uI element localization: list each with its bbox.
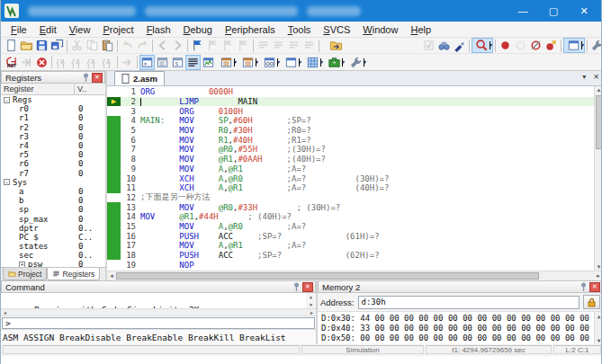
register-row-b[interactable]: b0 [1, 196, 105, 205]
editor-horizontal-scrollbar[interactable]: ◄ ► [107, 271, 602, 280]
gutter-cell[interactable] [107, 106, 121, 116]
cut-button[interactable] [69, 38, 85, 53]
clear-bookmarks-button[interactable] [236, 38, 251, 53]
dropdown-caret-icon[interactable]: ▾ [299, 58, 300, 67]
dropdown-caret-icon[interactable]: ▾ [277, 58, 278, 67]
register-row-r4[interactable]: r40 [1, 141, 105, 150]
uncomment-button[interactable] [301, 38, 317, 53]
scroll-up-icon[interactable]: ▲ [597, 87, 602, 93]
save-button[interactable] [34, 38, 49, 53]
new-file-button[interactable] [4, 38, 19, 53]
register-row-pc-[interactable]: PC $C.. [1, 233, 105, 242]
disable-all-breakpoints-button[interactable] [528, 38, 544, 53]
gutter-cell[interactable] [107, 183, 121, 193]
gutter-cell[interactable] [107, 87, 121, 97]
prev-bookmark-button[interactable] [205, 38, 220, 53]
code-line-19[interactable]: 19 NOP [107, 260, 594, 270]
serial-window-button[interactable] [185, 55, 201, 70]
dropdown-caret-icon[interactable]: ▾ [342, 58, 343, 67]
current-statement-marker[interactable]: ▶ [107, 97, 121, 107]
close-icon[interactable]: ✕ [589, 282, 600, 292]
collapse-icon[interactable]: - [4, 97, 10, 103]
scrollbar-thumb[interactable] [596, 95, 602, 149]
code-line-3[interactable]: 3 ORG 0100H [107, 106, 594, 116]
find-target-menu[interactable]: ▾ [472, 38, 493, 53]
comment-button[interactable] [286, 38, 301, 53]
navigate-forward-button[interactable] [170, 38, 185, 53]
memory-window-menu[interactable]: ▾ [238, 55, 259, 70]
code-line-9[interactable]: 9 MOV A,@R1 ;A=? [107, 164, 594, 174]
menu-peripherals[interactable]: Peripherals [219, 22, 282, 37]
menu-file[interactable]: File [4, 22, 33, 37]
pin-icon[interactable] [578, 282, 589, 292]
gutter-cell[interactable] [107, 202, 121, 212]
kill-all-breakpoints-button[interactable] [544, 38, 559, 53]
find-in-files-button[interactable] [436, 38, 452, 53]
gutter-cell[interactable] [107, 173, 121, 183]
gutter-cell[interactable] [107, 231, 121, 241]
dropdown-caret-icon[interactable]: ▾ [364, 58, 364, 67]
address-input[interactable]: d:30h [358, 296, 580, 309]
command-input[interactable]: > [2, 317, 315, 329]
save-all-button[interactable] [49, 38, 65, 53]
editor-vertical-scrollbar[interactable]: ▲ ▼ [594, 86, 602, 271]
menu-edit[interactable]: Edit [33, 22, 63, 37]
run-to-line-button[interactable]: { } [100, 55, 115, 70]
reset-cpu-button[interactable]: RST [4, 55, 19, 70]
scrollbar-thumb[interactable] [116, 272, 539, 280]
command-horizontal-scrollbar[interactable]: ◄ ► [1, 308, 316, 316]
register-row-sp[interactable]: sp0 [1, 205, 105, 214]
menu-svcs[interactable]: SVCS [317, 22, 356, 37]
gutter-cell[interactable] [107, 222, 121, 232]
gutter-cell[interactable] [107, 145, 121, 155]
command-output-scrollbar[interactable]: ▲ ▼ [306, 293, 316, 308]
serial-window-menu[interactable]: ▾ [281, 55, 302, 70]
expand-icon[interactable]: + [19, 262, 25, 267]
scroll-down-icon[interactable]: ▼ [598, 337, 601, 343]
toggle-breakpoint-button[interactable] [498, 38, 513, 53]
register-row-sec[interactable]: sec0.. [1, 251, 105, 260]
dropdown-caret-icon[interactable]: ▾ [320, 58, 321, 67]
trace-menu[interactable]: ▾ [216, 55, 238, 70]
address-lock-button[interactable] [583, 295, 600, 309]
minimize-button[interactable]: — [508, 0, 538, 22]
gutter-cell[interactable] [107, 135, 121, 145]
step-into-button[interactable]: { } [54, 55, 69, 70]
code-line-12[interactable]: 12;下面是另一种方法 [107, 193, 594, 203]
gutter-cell[interactable] [107, 212, 121, 222]
scroll-left-icon[interactable]: ◄ [3, 310, 7, 315]
code-line-14[interactable]: 14MOV @R1,#44H ; (40H)=? [107, 212, 594, 222]
configuration-button[interactable] [589, 38, 602, 53]
scroll-right-icon[interactable]: ► [310, 310, 314, 315]
menu-debug[interactable]: Debug [177, 22, 219, 37]
register-row-sp-max[interactable]: sp_max0 [1, 214, 105, 223]
copy-button[interactable] [85, 38, 100, 53]
menu-view[interactable]: View [63, 22, 97, 37]
register-row-dptr[interactable]: dptr0.. [1, 224, 105, 233]
code-line-16[interactable]: 16 PUSH ACC ;SP=? (61H)=? [107, 231, 594, 241]
pin-icon[interactable] [291, 282, 301, 292]
gutter-cell[interactable] [107, 251, 121, 261]
undo-button[interactable] [120, 38, 135, 53]
register-row-r7[interactable]: r70 [1, 169, 105, 178]
register-row-r5[interactable]: r50 [1, 150, 105, 159]
gutter-cell[interactable] [107, 260, 121, 270]
register-row-psw[interactable]: +psw0 [1, 260, 105, 267]
code-line-4[interactable]: 4MAIN: MOV SP,#60H ;SP=? [107, 116, 594, 126]
dropdown-caret-icon[interactable]: ▾ [234, 58, 235, 67]
memory-row-d0x50[interactable]: D:0x50: 00 00 00 00 00 00 00 00 00 00 00… [321, 333, 592, 343]
option-checkbox-button[interactable] [421, 38, 436, 53]
dropdown-caret-icon[interactable]: ▾ [256, 58, 256, 67]
show-next-statement-button[interactable] [120, 55, 135, 70]
register-row-r3[interactable]: r30 [1, 132, 105, 141]
project-folder-button[interactable] [328, 38, 344, 53]
menu-tools[interactable]: Tools [282, 22, 318, 37]
scroll-up-icon[interactable]: ▲ [310, 294, 312, 299]
menu-window[interactable]: Window [356, 22, 404, 37]
system-viewer-menu[interactable]: ▾ [302, 55, 324, 70]
toolbox-menu[interactable]: ▾ [324, 55, 346, 70]
command-window-button[interactable]: >_ [139, 55, 155, 70]
scroll-up-icon[interactable]: ▲ [598, 313, 601, 319]
code-line-13[interactable]: 13 MOV @R0,#33H ; (30H)=? [107, 202, 594, 212]
redo-button[interactable] [135, 38, 150, 53]
